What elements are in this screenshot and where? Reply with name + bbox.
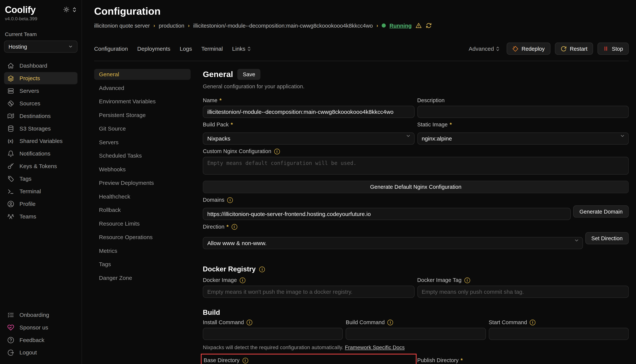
sidebar-item-tags[interactable]: Tags [4,173,78,185]
info-icon[interactable]: i [247,320,252,325]
subnav-item-tags[interactable]: Tags [94,259,190,270]
tab-deployments[interactable]: Deployments [137,46,170,52]
redeploy-button[interactable]: Redeploy [506,42,550,55]
subnav-item-resource-operations[interactable]: Resource Operations [94,232,190,243]
sidebar-item-terminal[interactable]: Terminal [4,185,78,198]
sidebar-item-servers[interactable]: Servers [4,85,78,97]
static-image-select[interactable] [417,132,629,144]
section-title: General [203,70,233,79]
subnav-item-healthcheck[interactable]: Healthcheck [94,191,190,202]
info-icon[interactable]: i [259,266,265,272]
subnav-item-general[interactable]: General [94,69,190,80]
sidebar-item-dashboard[interactable]: Dashboard [4,60,78,72]
breadcrumb-project[interactable]: illicitonion quote server [94,22,150,28]
generate-nginx-button[interactable]: Generate Default Nginx Configuration [203,181,629,193]
refresh-icon[interactable] [426,22,432,29]
sidebar-item-onboarding[interactable]: Onboarding [4,309,78,321]
generate-domain-button[interactable]: Generate Domain [573,206,629,218]
general-form: General Save General configuration for y… [203,69,629,364]
info-icon[interactable]: i [464,277,470,283]
restart-label: Restart [570,46,587,52]
subnav-item-advanced[interactable]: Advanced [94,82,190,93]
subnav-item-resource-limits[interactable]: Resource Limits [94,218,190,229]
build-pack-select[interactable] [203,132,414,144]
docker-image-tag-input[interactable] [417,286,629,298]
sidebar-item-keys-tokens[interactable]: Keys & Tokens [4,160,78,172]
subnav-item-servers[interactable]: Servers [94,137,190,148]
sidebar-item-notifications[interactable]: Notifications [4,148,78,160]
redeploy-icon [512,46,518,52]
sidebar-item-logout[interactable]: Logout [4,346,78,358]
set-direction-button[interactable]: Set Direction [585,232,629,244]
sidebar-item-sources[interactable]: Sources [4,97,78,110]
start-command-input[interactable] [489,328,629,340]
restart-button[interactable]: Restart [555,42,593,55]
subnav-item-metrics[interactable]: Metrics [94,245,190,256]
sidebar-item-projects[interactable]: Projects [4,72,78,84]
docker-image-input[interactable] [203,286,414,298]
status-badge[interactable]: Running [389,22,412,28]
custom-nginx-textarea[interactable] [203,157,629,175]
description-input[interactable] [417,106,629,118]
breadcrumb-application[interactable]: illicitestonion/-module--decomposition:m… [193,22,373,28]
subnav-item-git-source[interactable]: Git Source [94,123,190,134]
sidebar-item-sponsor[interactable]: Sponsor us [4,321,78,334]
subnav-item-danger-zone[interactable]: Danger Zone [94,272,190,284]
info-icon[interactable]: i [242,358,248,363]
sidebar-item-profile[interactable]: Profile [4,198,78,210]
tab-bar: Configuration Deployments Logs Terminal … [94,42,629,55]
framework-docs-link[interactable]: Framework Specific Docs [345,344,405,350]
tab-logs[interactable]: Logs [180,46,192,52]
breadcrumb: illicitonion quote server › production ›… [94,22,629,29]
install-command-label: Install Command [203,319,244,325]
domains-label: Domains [203,197,225,203]
name-input[interactable] [203,106,414,118]
advanced-label: Advanced [469,46,494,52]
subnav-item-persistent-storage[interactable]: Persistent Storage [94,110,190,120]
tab-configuration[interactable]: Configuration [94,46,128,52]
variables-icon: (x) [7,138,14,144]
build-command-input[interactable] [346,328,486,340]
sidebar-item-shared-variables[interactable]: (x) Shared Variables [4,135,78,147]
info-icon[interactable]: i [232,224,237,230]
stop-button[interactable]: Stop [598,42,629,55]
sidebar-item-s3-storages[interactable]: S3 Storages [4,122,78,135]
info-icon[interactable]: i [240,277,245,283]
build-heading: Build [203,309,220,317]
subnav-item-preview-deployments[interactable]: Preview Deployments [94,178,190,188]
tab-links[interactable]: Links [232,46,251,52]
version-switch-chevrons-icon[interactable] [72,7,77,12]
restart-icon [560,46,566,52]
tab-terminal[interactable]: Terminal [201,46,223,52]
subnav-item-rollback[interactable]: Rollback [94,204,190,216]
install-command-input[interactable] [203,328,343,340]
save-button[interactable]: Save [238,69,261,80]
breadcrumb-environment[interactable]: production [159,22,184,28]
nixpacks-note-text: Nixpacks will detect the required config… [203,344,344,350]
info-icon[interactable]: i [530,320,535,325]
map-icon [7,112,14,120]
sidebar-item-feedback[interactable]: Feedback [4,334,78,346]
info-icon[interactable]: i [274,148,280,154]
subnav-item-webhooks[interactable]: Webhooks [94,164,190,175]
logo-row: Coolify [4,5,78,15]
required-asterisk: * [231,122,233,128]
direction-select[interactable] [203,237,583,249]
action-buttons: Advanced Redeploy Restart Stop [469,42,629,55]
team-select-value: Hosting [9,44,27,50]
chevrons-updown-icon [496,46,500,51]
subnav-item-scheduled-tasks[interactable]: Scheduled Tasks [94,150,190,161]
sidebar-item-teams[interactable]: Teams [4,210,78,222]
advanced-dropdown[interactable]: Advanced [469,46,500,52]
domains-input[interactable] [203,208,571,220]
info-icon[interactable]: i [387,320,393,325]
subnav-item-environment-variables[interactable]: Environment Variables [94,96,190,107]
warning-icon[interactable] [415,22,422,29]
sidebar-item-destinations[interactable]: Destinations [4,110,78,122]
info-icon[interactable]: i [227,197,233,203]
team-select[interactable]: Hosting [4,40,78,53]
theme-toggle-sun-icon[interactable] [63,6,69,12]
sidebar-item-label: Profile [20,200,36,207]
docker-registry-heading: Docker Registry [203,266,256,274]
sidebar-item-label: Shared Variables [20,138,63,144]
